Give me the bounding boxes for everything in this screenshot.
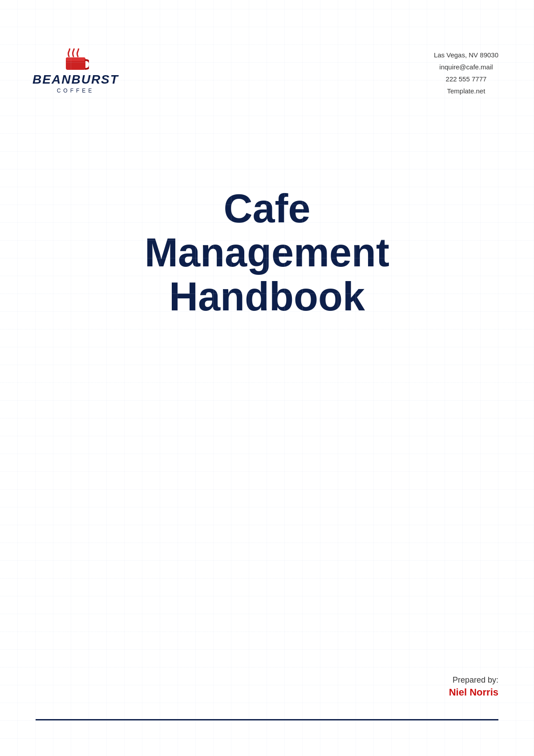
brand-name: BEANBURST (32, 72, 119, 87)
contact-email: inquire@cafe.mail (434, 61, 498, 73)
page: BEANBURST COFFEE Las Vegas, NV 89030 inq… (0, 0, 534, 756)
svg-rect-1 (66, 57, 85, 61)
contact-info: Las Vegas, NV 89030 inquire@cafe.mail 22… (434, 44, 498, 97)
logo-area: BEANBURST COFFEE (36, 44, 116, 98)
contact-website: Template.net (434, 85, 498, 97)
main-title: Cafe Management Handbook (145, 187, 389, 319)
prepared-section: Prepared by: Niel Norris (449, 676, 498, 698)
logo-graphic: BEANBURST COFFEE (36, 44, 116, 98)
footer-divider (36, 719, 498, 720)
brand-sub: COFFEE (57, 88, 95, 94)
header: BEANBURST COFFEE Las Vegas, NV 89030 inq… (36, 27, 498, 98)
title-line3: Handbook (169, 274, 365, 319)
logo-icon (62, 48, 89, 71)
contact-address: Las Vegas, NV 89030 (434, 49, 498, 61)
title-line2: Management (145, 230, 389, 275)
main-content: Cafe Management Handbook (36, 187, 498, 319)
contact-phone: 222 555 7777 (434, 73, 498, 85)
prepared-label: Prepared by: (449, 676, 498, 685)
prepared-name: Niel Norris (449, 687, 498, 698)
title-line1: Cafe (223, 186, 310, 231)
